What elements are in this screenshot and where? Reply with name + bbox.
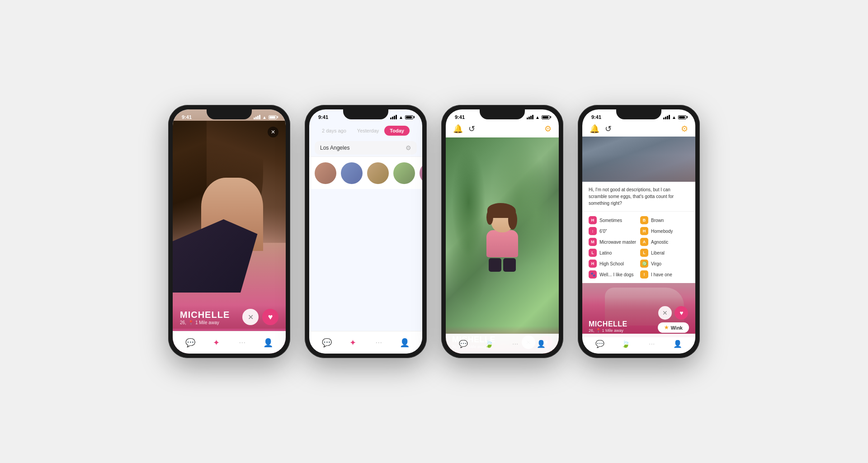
- wifi-icon-4: ▲: [672, 115, 676, 120]
- bottom-nav-1: 💬 ✦ ··· 👤: [173, 331, 286, 354]
- bottom-avatars: [309, 156, 422, 189]
- filter-icon-4[interactable]: ⚙: [681, 124, 688, 134]
- tag-icon-haveone: !: [640, 270, 648, 279]
- bell-icon-3[interactable]: 🔔: [453, 124, 463, 134]
- bottom-av-5[interactable]: [420, 162, 422, 184]
- tag-microwave: M Microwave master: [589, 238, 637, 246]
- battery-1: [269, 115, 277, 119]
- tag-label-height: 6'0": [599, 229, 607, 234]
- tag-highschool: H High School: [589, 260, 637, 268]
- notch-3: [480, 109, 525, 119]
- filter-icon[interactable]: ⚙: [406, 144, 411, 151]
- tag-haveone: ! I have one: [640, 270, 689, 279]
- signal-3: [527, 115, 533, 119]
- phone4-header: 🔔 ↺ ⚙: [582, 122, 695, 137]
- tag-label-highschool: High School: [599, 261, 624, 266]
- wifi-icon-1: ▲: [262, 115, 267, 120]
- leaves-bg-3: [446, 137, 559, 354]
- bottom-nav-3: 💬 🍃 ··· 👤: [446, 334, 559, 354]
- nav-leaf-3[interactable]: 🍃: [481, 336, 497, 352]
- tag-icon-liberal: L: [640, 249, 648, 257]
- time-2: 9:41: [318, 114, 328, 120]
- battery-3: [542, 115, 550, 119]
- back-icon-4[interactable]: ↺: [605, 124, 612, 134]
- status-icons-3: ▲: [527, 115, 550, 120]
- nav-compass-1[interactable]: ✦: [208, 335, 224, 351]
- bottom-av-3[interactable]: [367, 162, 389, 184]
- bottom-nav-4: 💬 🍃 ··· 👤: [582, 334, 695, 354]
- nav-dots-3[interactable]: ···: [507, 336, 524, 352]
- location-bar[interactable]: Los Angeles ⚙: [315, 141, 417, 155]
- tag-height: ↕ 6'0": [589, 227, 637, 235]
- bottom-av-1[interactable]: [315, 162, 336, 184]
- nav-chat-3[interactable]: 💬: [455, 336, 472, 352]
- tag-label-brown: Brown: [651, 218, 664, 223]
- profile-photo-3: MICHELLE 26, 📍 1 Mile away ✕ ♥: [446, 137, 559, 354]
- battery-2: [405, 115, 413, 119]
- nav-dots-2[interactable]: ···: [371, 335, 387, 351]
- tag-icon-homebody: H: [640, 227, 648, 235]
- nav-profile-2[interactable]: 👤: [396, 335, 413, 351]
- nav-profile-1[interactable]: 👤: [260, 335, 276, 351]
- profile-bottom-img-4: MICHELLE 26, 📍 1 Mile away ✕ ♥: [582, 283, 695, 337]
- phones-container: 9:41 ▲ ✕: [150, 87, 718, 376]
- left-icons-4: 🔔 ↺: [590, 124, 612, 134]
- nav-chat-4[interactable]: 💬: [592, 336, 608, 352]
- nav-profile-4[interactable]: 👤: [670, 336, 686, 352]
- star-icon-4: ★: [664, 325, 669, 331]
- like-button-1[interactable]: ♥: [262, 309, 278, 325]
- user-name-1: MICHELLE: [180, 310, 230, 320]
- nav-leaf-4[interactable]: 🍃: [618, 336, 634, 352]
- bio-section-4: Hi, I'm not good at descriptions, but I …: [582, 182, 695, 212]
- tag-icon-agnostic: A: [640, 238, 648, 246]
- notch-4: [616, 109, 661, 119]
- top-close-button-1[interactable]: ✕: [268, 127, 278, 137]
- bottom-nav-2: 💬 ✦ ··· 👤: [309, 331, 422, 354]
- bottom-av-2[interactable]: [341, 162, 363, 184]
- phone-3: 9:41 ▲ 🔔 ↺: [441, 105, 563, 358]
- user-meta-bottom-4: 26, 📍 1 Mile away: [589, 328, 627, 333]
- nav-profile-3[interactable]: 👤: [533, 336, 549, 352]
- tag-dogs: 🐾 Well... I like dogs: [589, 270, 637, 279]
- person-3: [463, 208, 542, 326]
- tag-icon-brown: B: [640, 216, 648, 224]
- tag-icon-latino: L: [589, 249, 597, 257]
- filter-today[interactable]: Today: [384, 126, 410, 136]
- pin-icon-4: 📍: [596, 328, 601, 333]
- profile-top-img-4: [582, 137, 695, 182]
- status-icons-4: ▲: [663, 115, 686, 120]
- bottom-av-4[interactable]: [393, 162, 415, 184]
- filter-icon-3[interactable]: ⚙: [544, 124, 552, 134]
- notch-1: [207, 109, 252, 119]
- time-4: 9:41: [591, 114, 601, 120]
- tag-icon-height: ↕: [589, 227, 597, 235]
- like-btn-bottom-4[interactable]: ♥: [675, 306, 688, 320]
- phone3-header: 🔔 ↺ ⚙: [446, 122, 559, 137]
- battery-4: [678, 115, 686, 119]
- right-actions-4: ✕ ♥ ★ Wink: [658, 306, 689, 333]
- nav-dots-1[interactable]: ···: [234, 335, 250, 351]
- scroll-content-4[interactable]: Hi, I'm not good at descriptions, but I …: [582, 137, 695, 354]
- filter-yesterday[interactable]: Yesterday: [352, 126, 385, 136]
- tag-label-agnostic: Agnostic: [651, 240, 668, 245]
- dislike-button-1[interactable]: ✕: [242, 309, 259, 325]
- tag-latino: L Latino: [589, 249, 637, 257]
- tag-icon-highschool: H: [589, 260, 597, 268]
- nav-chat-1[interactable]: 💬: [182, 335, 198, 351]
- bell-icon-4[interactable]: 🔔: [590, 124, 599, 134]
- dislike-btn-bottom-4[interactable]: ✕: [658, 306, 672, 320]
- time-filter: 2 days ago Yesterday Today: [309, 122, 422, 139]
- bio-text-4: Hi, I'm not good at descriptions, but I …: [589, 186, 689, 207]
- phone-1: 9:41 ▲ ✕: [168, 105, 290, 358]
- info-row-1: MICHELLE 26, 📍 1 Mile away ✕ ♥: [180, 309, 278, 325]
- tag-label-sometimes: Sometimes: [599, 218, 622, 223]
- nav-compass-2[interactable]: ✦: [344, 335, 361, 351]
- nav-dots-4[interactable]: ···: [644, 336, 660, 352]
- wink-btn-4[interactable]: ★ Wink: [658, 322, 689, 333]
- wifi-icon-2: ▲: [399, 115, 403, 120]
- back-icon-3[interactable]: ↺: [468, 124, 475, 134]
- tag-homebody: H Homebody: [640, 227, 689, 235]
- nav-chat-2[interactable]: 💬: [319, 335, 335, 351]
- filter-2days[interactable]: 2 days ago: [316, 126, 352, 136]
- signal-4: [663, 115, 670, 119]
